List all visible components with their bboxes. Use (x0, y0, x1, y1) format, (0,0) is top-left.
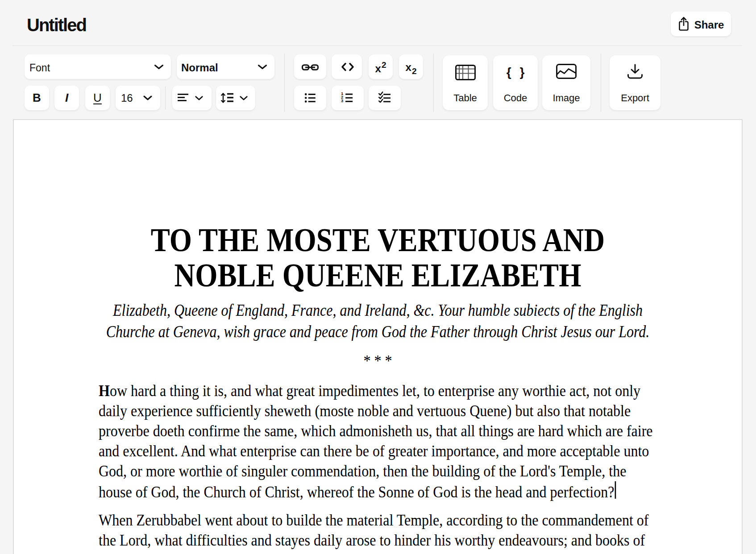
svg-text:3: 3 (341, 98, 343, 103)
